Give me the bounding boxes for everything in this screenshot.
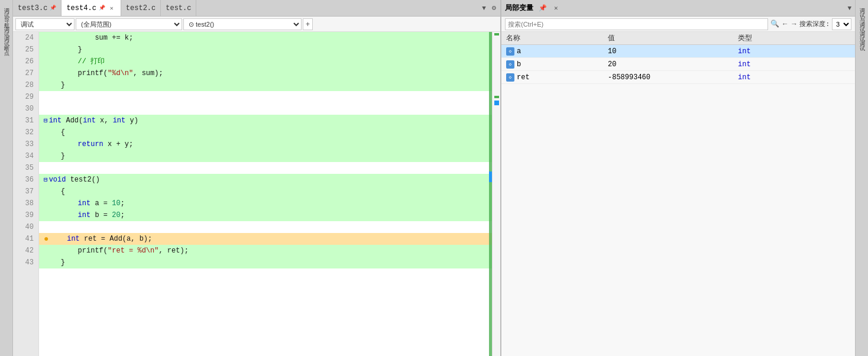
line-num-35: 35 — [13, 162, 36, 174]
tab-test2c[interactable]: test2.c — [121, 0, 161, 16]
tab-pin-test4c: 📌 — [99, 5, 105, 11]
line-num-39: 39 — [13, 209, 36, 221]
code-line-25: } — [39, 44, 492, 56]
search-input[interactable] — [505, 18, 768, 30]
left-sidebar-item-10[interactable]: 点 — [2, 45, 11, 47]
tab-bar: test3.c 📌 test4.c 📌 ✕ test2.c test.c ▼ ⚙ — [13, 0, 500, 17]
right-sidebar-item-4[interactable]: 调 — [857, 17, 866, 19]
var-name-ret: ◇ ret — [501, 73, 608, 82]
left-sidebar-item-4[interactable]: 航 — [2, 17, 11, 19]
search-bar: 🔍 ← → 搜索深度: 3 1 2 4 5 — [501, 17, 855, 32]
line-num-43: 43 — [13, 257, 36, 268]
line-numbers: 24 25 26 27 28 29 30 31 32 33 34 35 36 3… — [13, 32, 39, 356]
panel-close-button[interactable]: ✕ — [552, 4, 560, 12]
scroll-marker-blue — [494, 101, 499, 105]
scroll-marker-green-2 — [494, 96, 499, 98]
code-line-24: sum += k; — [39, 32, 492, 44]
line-num-24: 24 — [13, 32, 36, 44]
right-sidebar-item-1[interactable]: 调 — [857, 2, 866, 5]
var-type-ret: int — [738, 73, 855, 82]
line-num-34: 34 — [13, 150, 36, 162]
var-name-a: ◇ a — [501, 47, 608, 56]
tab-bar-right: ▼ ⚙ — [480, 2, 500, 14]
code-line-37: { — [39, 186, 492, 198]
panel-expand-arrow[interactable]: ▼ — [847, 5, 851, 12]
line-num-30: 30 — [13, 103, 36, 115]
right-sidebar-item-2[interactable]: 试 — [857, 7, 866, 9]
var-icon-ret: ◇ — [506, 73, 514, 82]
var-row-b[interactable]: ◇ b 20 int — [501, 58, 855, 71]
right-panel: 局部变量 📌 ✕ ▼ 🔍 ← → 搜索深度: 3 1 2 4 5 名称 值 类型… — [500, 0, 855, 356]
left-sidebar-item-6[interactable]: 试 — [2, 26, 11, 28]
var-value-a: 10 — [608, 47, 738, 56]
left-sidebar-item-8[interactable]: 试 — [2, 35, 11, 38]
search-depth-select[interactable]: 3 1 2 4 5 — [832, 18, 851, 30]
tab-label-test3c: test3.c — [18, 4, 47, 12]
tab-label-test2c: test2.c — [126, 4, 156, 12]
panel-pin-button[interactable]: 📌 — [537, 4, 549, 12]
search-icon[interactable]: 🔍 — [770, 20, 779, 28]
tab-settings-gear[interactable]: ⚙ — [490, 2, 498, 14]
right-sidebar-item-9[interactable]: 试 — [857, 40, 866, 43]
tab-testc[interactable]: test.c — [161, 0, 196, 16]
left-sidebar-item-7[interactable]: 调 — [2, 31, 11, 33]
line-num-29: 29 — [13, 91, 36, 103]
left-sidebar-item-3[interactable]: 导 — [2, 12, 11, 14]
variables-table-header: 名称 值 类型 — [501, 32, 855, 45]
line-num-40: 40 — [13, 221, 36, 233]
line-num-42: 42 — [13, 245, 36, 257]
col-header-type: 类型 — [738, 33, 855, 43]
tab-list-arrow[interactable]: ▼ — [480, 4, 488, 13]
var-icon-b: ◇ — [506, 60, 514, 69]
var-icon-a: ◇ — [506, 47, 514, 56]
var-row-ret[interactable]: ◇ ret -858993460 int — [501, 71, 855, 84]
scroll-marker-green-1 — [494, 33, 499, 35]
tab-test3c[interactable]: test3.c 📌 — [13, 0, 61, 16]
function-select[interactable]: ⊙ test2() — [183, 18, 302, 30]
right-sidebar-item-3[interactable]: 与 — [857, 12, 866, 14]
left-sidebar-item-2[interactable]: 试 — [2, 7, 11, 9]
line-num-37: 37 — [13, 186, 36, 198]
code-line-27: printf("%d\n", sum); — [39, 67, 492, 79]
line-num-38: 38 — [13, 198, 36, 209]
add-toolbar-btn[interactable]: + — [303, 18, 313, 30]
search-depth-label: 搜索深度: — [799, 20, 830, 28]
code-lines-container: sum += k; } // 打印 printf("%d\n", sum); — [39, 32, 492, 268]
global-scope-select[interactable]: (全局范围) — [76, 18, 182, 30]
left-sidebar-item-1[interactable]: 调 — [2, 2, 11, 5]
right-sidebar-item-5[interactable]: 试 — [857, 21, 866, 24]
left-sidebar-item-5[interactable]: 调 — [2, 21, 11, 24]
scroll-position-indicator — [489, 171, 492, 182]
search-next-button[interactable]: → — [791, 20, 797, 28]
code-line-31: ⊟int Add(int x, int y) — [39, 115, 492, 127]
right-sidebar: 调 试 与 调 试 调 试 调 试 — [855, 0, 868, 356]
var-type-b: int — [738, 60, 855, 69]
main-editor-area: test3.c 📌 test4.c 📌 ✕ test2.c test.c ▼ ⚙… — [13, 0, 500, 356]
line-num-25: 25 — [13, 44, 36, 56]
right-sidebar-item-7[interactable]: 试 — [857, 31, 866, 33]
green-indicator-bar — [489, 32, 492, 356]
var-value-b: 20 — [608, 60, 738, 69]
code-line-40 — [39, 221, 492, 233]
right-sidebar-item-6[interactable]: 调 — [857, 26, 866, 28]
search-prev-button[interactable]: ← — [782, 20, 788, 28]
line-num-28: 28 — [13, 79, 36, 91]
code-line-42: printf("ret = %d\n", ret); — [39, 245, 492, 257]
line-num-32: 32 — [13, 127, 36, 138]
line-num-36: 36 — [13, 174, 36, 186]
debug-scope-select[interactable]: 调试 — [15, 18, 75, 30]
left-sidebar-item-9[interactable]: 断 — [2, 40, 11, 43]
tab-label-test4c: test4.c — [66, 4, 96, 12]
tab-close-test4c[interactable]: ✕ — [108, 4, 116, 12]
code-line-30 — [39, 103, 492, 115]
tab-test4c[interactable]: test4.c 📌 ✕ — [61, 0, 121, 16]
code-line-26: // 打印 — [39, 56, 492, 67]
line-num-27: 27 — [13, 67, 36, 79]
code-content[interactable]: sum += k; } // 打印 printf("%d\n", sum); — [39, 32, 492, 356]
right-sidebar-item-8[interactable]: 调 — [857, 35, 866, 38]
col-header-value: 值 — [608, 33, 738, 43]
var-row-a[interactable]: ◇ a 10 int — [501, 45, 855, 58]
right-scrollbar[interactable] — [492, 32, 500, 356]
line-num-33: 33 — [13, 138, 36, 150]
code-line-43: } — [39, 257, 492, 268]
